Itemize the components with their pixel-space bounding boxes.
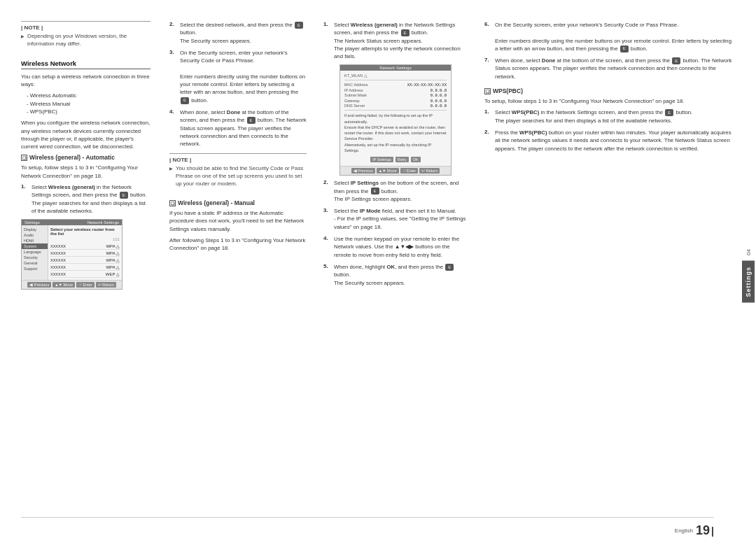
btn-icon-mr1: E xyxy=(401,29,410,36)
step-mr-5: 5. When done, highlight OK, and then pre… xyxy=(323,263,468,287)
step-r-7-content: When done, select Done at the bottom of … xyxy=(495,57,735,80)
network-screenshot: Network Settings KT_WLAN △ MAC Address X… xyxy=(340,64,451,176)
net-footer-prev: ◀ Previous xyxy=(351,168,375,174)
net-row-gateway: Gateway 0.0.0.0 xyxy=(344,99,447,103)
col-mid-right: 1. Select Wireless (general) in the Netw… xyxy=(315,21,476,517)
btn-icon-mr5: E xyxy=(445,264,454,271)
step-3: 3. On the Security screen, enter your ne… xyxy=(169,49,307,104)
menu-system: System xyxy=(22,243,48,249)
footer-pipe: | xyxy=(711,525,714,537)
step-mr-1: 1. Select Wireless (general) in the Netw… xyxy=(323,21,468,60)
step-3-content: On the Security screen, enter your netwo… xyxy=(180,49,307,104)
btn-icon-mr2: E xyxy=(371,187,379,194)
wireless-network-heading: Wireless Network xyxy=(21,59,150,69)
settings-content-title: Select your wireless router from the lis… xyxy=(50,227,120,236)
step-r-6: 6. On the Security screen, enter your ne… xyxy=(484,21,735,52)
footer-btn-return: ↩ Return xyxy=(96,282,116,288)
step-mr-1-content: Select Wireless (general) in the Network… xyxy=(334,21,468,60)
settings-menu: Display Audio HDMI System Language Secur… xyxy=(22,225,48,280)
menu-support: Support xyxy=(22,266,48,271)
footer-language: English xyxy=(675,528,693,534)
checkbox-icon-auto: ❑ xyxy=(21,155,27,161)
net-row-mac: MAC Address XX:XX:XX:XX:XX:XX xyxy=(344,83,447,87)
network-row-5: XXXXXXWEP △ xyxy=(50,271,120,278)
btn-icon-r6: E xyxy=(620,45,629,52)
step-bold-wireless: Wireless (general) xyxy=(48,184,95,190)
net-btn-ok: OK xyxy=(411,157,421,162)
step-mr-4-number: 4. xyxy=(323,235,330,259)
note-title-2: | NOTE | xyxy=(169,157,307,163)
net-ip: 0.0.0.0 xyxy=(430,88,447,92)
net-btn-ipsettings: IP Settings xyxy=(370,157,393,162)
sidebar-content: 04 Settings xyxy=(742,249,755,302)
net-bottom-footer: ◀ Previous ▲▼ Move ☞ Enter ↩ Return xyxy=(340,166,451,175)
step-mr-2-result: The IP Settings screen appears. xyxy=(334,196,412,202)
net-row-subnet: Subnet Mask 0.0.0.0 xyxy=(344,93,447,97)
network-row-3: XXXXXXWPA △ xyxy=(50,257,120,264)
wireless-options: Wireless Automatic Wireless Manual WPS(P… xyxy=(21,92,150,115)
step-wps-1: 1. Select WPS(PBC) in the Network Settin… xyxy=(484,108,735,125)
btn-icon-4: E xyxy=(247,117,255,124)
net-btn-retry: Retry xyxy=(396,157,409,162)
step-mr-3-note: - For the IP setting values, see "Gettin… xyxy=(334,215,465,229)
step-wps-2: 2. Press the WPS(PBC) button on your rou… xyxy=(484,129,735,153)
step-auto-1-result: The player searches for and then display… xyxy=(31,200,146,214)
note-box-left: | NOTE | Depending on your Windows versi… xyxy=(21,21,150,52)
step-2-content: Select the desired network, and then pre… xyxy=(180,21,307,45)
step-mr-3: 3. Select the IP Mode field, and then se… xyxy=(323,207,468,231)
sidebar-number: 04 xyxy=(746,249,752,255)
wireless-manual-intro: If you have a static IP address or the A… xyxy=(169,209,307,233)
menu-display: Display xyxy=(22,227,48,232)
step-wps-2-content: Press the WPS(PBC) button on your router… xyxy=(495,129,735,153)
checkbox-icon-manual: ❑ xyxy=(169,200,176,206)
step-mr-5-result: The Security screen appears. xyxy=(334,280,405,286)
wireless-automatic-setup: To setup, follow steps 1 to 3 in "Config… xyxy=(21,164,150,180)
step-auto-1-content: Select Wireless (general) in the Network… xyxy=(31,183,150,215)
wps-setup-note: To setup, follow steps 1 to 3 in "Config… xyxy=(484,97,735,105)
net-subnet: 0.0.0.0 xyxy=(430,93,447,97)
step-r-6-number: 6. xyxy=(484,21,491,52)
step-mr-4: 4. Use the number keypad on your remote … xyxy=(323,235,468,259)
step-r-7: 7. When done, select Done at the bottom … xyxy=(484,57,735,80)
col-right: 6. On the Security screen, enter your ne… xyxy=(476,21,735,517)
footer-btn-enter: ☞ Enter xyxy=(76,282,94,288)
step-wps-2-bold: WPS(PBC) xyxy=(519,129,547,136)
note-box-2: | NOTE | You should be able to find the … xyxy=(169,153,307,192)
menu-hdmi: HDMI xyxy=(22,238,48,243)
settings-screenshot: Settings Network Settings Display Audio … xyxy=(21,219,122,290)
net-sep2 xyxy=(344,110,447,111)
page-container: | NOTE | Depending on your Windows versi… xyxy=(0,0,756,552)
net-titlebar: Network Settings xyxy=(340,65,451,71)
settings-body: Display Audio HDMI System Language Secur… xyxy=(22,225,122,280)
col-left: | NOTE | Depending on your Windows versi… xyxy=(21,21,161,517)
net-gateway: 0.0.0.0 xyxy=(430,99,447,103)
net-footer-move: ▲▼ Move xyxy=(377,168,399,174)
sidebar-tab: Settings xyxy=(742,261,755,303)
option-wps: WPS(PBC) xyxy=(27,108,150,115)
step-4: 4. When done, select Done at the bottom … xyxy=(169,108,307,148)
wireless-automatic-heading: ❑ Wireless (general) - Automatic xyxy=(21,154,150,161)
step-4-number: 4. xyxy=(169,108,176,148)
net-body: KT_WLAN △ MAC Address XX:XX:XX:XX:XX:XX … xyxy=(340,71,451,166)
step-wps-1-number: 1. xyxy=(484,108,491,125)
col-mid-left: 2. Select the desired network, and then … xyxy=(161,21,315,517)
option-manual: Wireless Manual xyxy=(27,100,150,108)
net-footer: IP Settings Retry OK xyxy=(344,155,447,163)
wireless-manual-label: Wireless (general) - Manual xyxy=(178,199,255,206)
wps-heading: ❑ WPS(PBC) xyxy=(484,87,735,94)
step-mr-1-bold: Wireless (general) xyxy=(351,22,398,28)
right-sidebar: 04 Settings xyxy=(741,0,756,552)
step-2-number: 2. xyxy=(169,21,176,45)
wireless-config-note: When you configure the wireless network … xyxy=(21,119,150,150)
page-footer: English 19 | xyxy=(21,517,714,538)
step-wps-1-result: The player searches for and then display… xyxy=(495,118,672,124)
net-text-area: If and setting failed, try the following… xyxy=(344,113,447,153)
option-automatic: Wireless Automatic xyxy=(27,92,150,99)
menu-audio: Audio xyxy=(22,232,48,238)
wps-label: WPS(PBC) xyxy=(493,87,523,94)
step-r-7-number: 7. xyxy=(484,57,491,80)
net-row-ip: IP Address 0.0.0.0 xyxy=(344,88,447,92)
network-row-2: XXXXXXWPA △ xyxy=(50,250,120,257)
wireless-manual-steps: After following Steps 1 to 3 in "Configu… xyxy=(169,236,307,253)
footer-page-number: 19 xyxy=(696,523,710,538)
